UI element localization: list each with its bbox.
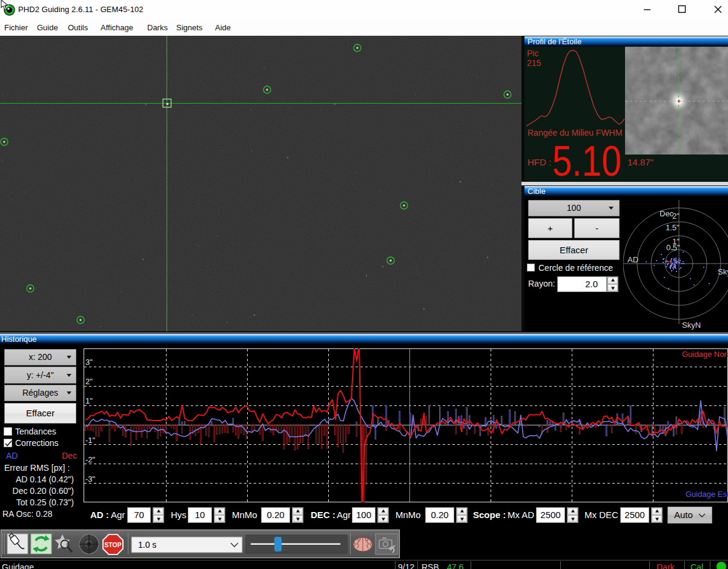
svg-text:2": 2" <box>672 211 680 221</box>
svg-text:0.5": 0.5" <box>666 243 680 252</box>
svg-text:STOP: STOP <box>104 541 121 548</box>
svg-text:-2": -2" <box>85 455 96 464</box>
svg-text:1": 1" <box>85 396 93 405</box>
svg-text:3": 3" <box>85 358 93 367</box>
svg-text:2": 2" <box>85 377 93 386</box>
svg-text:SkyW: SkyW <box>718 267 728 276</box>
svg-text:Guidage Nord: Guidage Nord <box>682 350 728 359</box>
svg-text:Guidage Est: Guidage Est <box>686 490 728 499</box>
svg-text:1.5": 1.5" <box>666 223 680 232</box>
svg-text:-3": -3" <box>85 474 96 484</box>
svg-text:1.0 s: 1.0 s <box>138 540 156 550</box>
svg-text:5.10: 5.10 <box>552 141 621 181</box>
svg-text:AD: AD <box>627 255 638 264</box>
svg-text:SkyN: SkyN <box>682 321 701 330</box>
svg-text:-1": -1" <box>85 436 96 445</box>
